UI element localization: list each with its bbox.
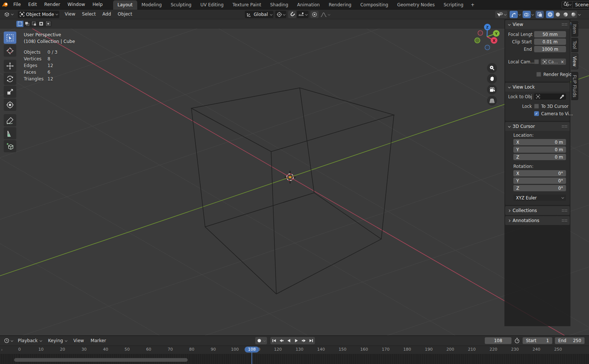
drag-handle-dots[interactable]: [562, 209, 567, 212]
end-frame-field[interactable]: End250: [555, 337, 585, 344]
scene-canvas[interactable]: [0, 29, 589, 335]
zoom-button[interactable]: [487, 63, 497, 73]
timeline-editor-type-button[interactable]: [2, 337, 14, 344]
cursor-location-y-field[interactable]: Y0 m: [513, 146, 566, 153]
next-keyframe-button[interactable]: [300, 337, 307, 344]
current-frame-field[interactable]: 108: [485, 337, 511, 344]
camera-to-view-checkbox[interactable]: ✓: [534, 111, 539, 116]
orthographic-toggle-button[interactable]: [487, 96, 497, 106]
cursor-rotation-x-field[interactable]: X0°: [513, 170, 566, 176]
scene-selector[interactable]: Scene: [562, 1, 589, 9]
workspace-tab-rendering[interactable]: Rendering: [324, 0, 356, 10]
transform-orientation-dropdown[interactable]: Global: [245, 11, 273, 18]
shading-solid-button[interactable]: [554, 11, 562, 18]
snap-toggle[interactable]: [288, 11, 296, 18]
drag-handle-dots[interactable]: [562, 125, 567, 128]
workspace-tab-scripting[interactable]: Scripting: [439, 0, 468, 10]
tool-annotate[interactable]: [4, 114, 16, 126]
play-button[interactable]: [293, 337, 300, 344]
workspace-tab-sculpting[interactable]: Sculpting: [166, 0, 196, 10]
visibility-dropdown[interactable]: [495, 11, 507, 18]
snap-target-dropdown[interactable]: [297, 11, 309, 18]
timeline-scrollbar[interactable]: [14, 358, 188, 362]
panel-annotations-header[interactable]: Annotations: [505, 216, 570, 225]
clip-end-field[interactable]: 1000 m: [534, 46, 566, 52]
menu-marker[interactable]: Marker: [87, 338, 109, 343]
add-workspace-button[interactable]: +: [468, 0, 477, 10]
viewport-menu-add[interactable]: Add: [99, 10, 114, 19]
workspace-tab-layout[interactable]: Layout: [113, 0, 137, 10]
proportional-falloff-dropdown[interactable]: [319, 11, 331, 18]
local-camera-checkbox[interactable]: [534, 59, 539, 64]
menu-keying[interactable]: Keying: [45, 338, 70, 343]
overlays-toggle[interactable]: [523, 11, 531, 18]
workspace-tab-shading[interactable]: Shading: [266, 0, 293, 10]
select-mode-invert-button[interactable]: [37, 21, 45, 27]
menu-playback[interactable]: Playback: [14, 338, 45, 343]
to-3d-cursor-checkbox[interactable]: [534, 104, 539, 109]
drag-handle-dots[interactable]: [562, 219, 567, 222]
menu-file[interactable]: File: [10, 2, 24, 7]
start-frame-field[interactable]: Start1: [523, 337, 552, 344]
xray-toggle[interactable]: [536, 11, 544, 18]
cursor-rotation-y-field[interactable]: Y0°: [513, 178, 566, 184]
chevron-down-icon[interactable]: [578, 13, 581, 16]
navigation-gizmo[interactable]: Z Y X: [470, 22, 504, 53]
tool-move[interactable]: [4, 60, 16, 72]
viewport-menu-object[interactable]: Object: [114, 10, 135, 19]
panel-collections-header[interactable]: Collections: [505, 206, 570, 215]
clip-start-field[interactable]: 0.01 m: [534, 39, 566, 45]
render-region-checkbox[interactable]: [536, 72, 541, 77]
expand-arrow-icon[interactable]: ›: [1, 348, 3, 352]
eyedropper-icon[interactable]: [560, 95, 564, 99]
chevron-down-icon[interactable]: [532, 13, 534, 16]
clear-icon[interactable]: ×: [560, 59, 564, 64]
tool-transform[interactable]: [4, 99, 16, 111]
panel-view-header[interactable]: View: [505, 20, 570, 29]
rotation-order-dropdown[interactable]: XYZ Euler: [513, 195, 566, 201]
gizmos-toggle[interactable]: [510, 11, 518, 18]
viewport-menu-select[interactable]: Select: [79, 10, 99, 19]
viewport-menu-view[interactable]: View: [62, 10, 79, 19]
record-icon[interactable]: [257, 338, 261, 343]
playhead-line[interactable]: [251, 353, 252, 364]
viewport-3d[interactable]: Options: [0, 19, 589, 335]
tab-view[interactable]: View: [571, 53, 578, 69]
shading-rendered-button[interactable]: [569, 11, 577, 18]
shading-material-button[interactable]: [562, 11, 569, 18]
workspace-tab-modeling[interactable]: Modeling: [137, 0, 167, 10]
pivot-point-dropdown[interactable]: [275, 11, 286, 18]
tool-measure[interactable]: [4, 127, 16, 139]
chevron-down-icon[interactable]: [263, 339, 266, 342]
gizmo-neg-z[interactable]: [485, 45, 490, 50]
prev-keyframe-button[interactable]: [278, 337, 285, 344]
select-mode-subtract-button[interactable]: [30, 21, 37, 27]
workspace-tab-compositing[interactable]: Compositing: [356, 0, 392, 10]
mode-dropdown[interactable]: Object Mode: [18, 11, 59, 18]
local-camera-field[interactable]: Ca... ×: [541, 59, 566, 65]
blender-logo-icon[interactable]: [0, 2, 10, 7]
lock-to-object-field[interactable]: [534, 93, 566, 100]
tool-select-box[interactable]: [4, 32, 16, 44]
tool-cursor[interactable]: [4, 44, 16, 57]
select-mode-extend-button[interactable]: [23, 21, 30, 27]
drag-handle-dots[interactable]: [562, 23, 567, 26]
tool-add-cube[interactable]: [4, 140, 16, 152]
shading-wireframe-button[interactable]: [546, 11, 554, 18]
timeline-ruler[interactable]: › 01020304050607080901001101201301401501…: [0, 346, 589, 354]
cursor-location-x-field[interactable]: X0 m: [513, 139, 566, 145]
tab-tool[interactable]: Tool: [571, 38, 578, 52]
menu-render[interactable]: Render: [40, 2, 64, 7]
chevron-down-icon[interactable]: [519, 13, 521, 16]
editor-type-button[interactable]: [2, 11, 15, 18]
tool-rotate[interactable]: [4, 73, 16, 85]
playhead-frame-badge[interactable]: 108: [245, 347, 259, 353]
proportional-editing-toggle[interactable]: [310, 11, 319, 18]
panel-3d-cursor-header[interactable]: 3D Cursor: [505, 122, 570, 131]
cursor-rotation-z-field[interactable]: Z0°: [513, 185, 566, 191]
workspace-tab-animation[interactable]: Animation: [293, 0, 324, 10]
select-mode-set-button[interactable]: [16, 21, 23, 27]
menu-help[interactable]: Help: [89, 2, 106, 7]
tab-flip-fluids[interactable]: FLIP Fluids: [571, 72, 578, 100]
workspace-tab-uv-editing[interactable]: UV Editing: [196, 0, 228, 10]
